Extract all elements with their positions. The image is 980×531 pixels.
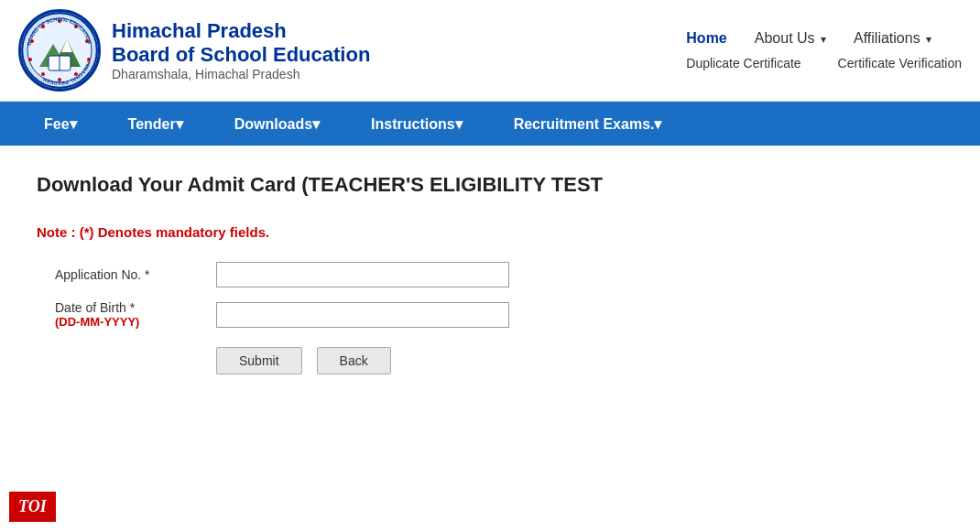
org-location: Dharamshala, Himachal Pradesh [112, 67, 370, 81]
dob-format: (DD-MM-YYYY) [55, 315, 201, 329]
org-title-line1: Himachal Pradesh [112, 19, 370, 43]
svg-point-10 [87, 58, 91, 61]
page-title: Download Your Admit Card (TEACHER'S ELIG… [37, 173, 943, 197]
form-buttons: Submit Back [216, 347, 943, 374]
dob-label: Date of Birth * (DD-MM-YYYY) [55, 300, 201, 329]
application-no-input[interactable] [216, 262, 509, 287]
submit-button[interactable]: Submit [216, 347, 302, 374]
top-nav-row2: Duplicate Certificate Certificate Verifi… [686, 56, 962, 70]
svg-point-14 [28, 58, 32, 61]
blue-nav-downloads[interactable]: Downloads▾ [209, 103, 345, 146]
blue-nav-recruitment[interactable]: Recruitment Exams.▾ [488, 103, 688, 146]
org-name: Himachal Pradesh Board of School Educati… [112, 19, 370, 81]
logo-area: BOARD OF SCHOOL EDUCATION HIMACHAL PRADE… [18, 9, 370, 92]
affiliations-arrow: ▾ [926, 33, 931, 46]
dob-row: Date of Birth * (DD-MM-YYYY) [55, 300, 943, 329]
svg-point-13 [41, 72, 45, 76]
dob-input[interactable] [216, 302, 509, 328]
blue-nav-tender[interactable]: Tender▾ [103, 103, 209, 146]
about-us-arrow: ▾ [821, 33, 826, 46]
nav-home[interactable]: Home [686, 30, 726, 47]
org-title-line2: Board of School Education [112, 43, 370, 67]
mandatory-fields-note: Note : (*) Denotes mandatory fields. [37, 224, 943, 240]
blue-nav-fee[interactable]: Fee▾ [18, 103, 103, 146]
main-content: Download Your Admit Card (TEACHER'S ELIG… [0, 146, 980, 393]
top-navigation: Home About Us ▾ Affiliations ▾ Duplicate… [659, 30, 962, 70]
top-nav-row1: Home About Us ▾ Affiliations ▾ [686, 30, 931, 47]
application-no-row: Application No. * [55, 262, 943, 287]
application-no-label: Application No. * [55, 267, 201, 282]
nav-cert-verification[interactable]: Certificate Verification [838, 56, 962, 70]
back-button[interactable]: Back [317, 347, 391, 374]
top-nav-rows: Home About Us ▾ Affiliations ▾ Duplicate… [686, 30, 962, 70]
toi-badge: TOI [9, 492, 56, 522]
nav-affiliations[interactable]: Affiliations ▾ [854, 30, 931, 47]
site-header: BOARD OF SCHOOL EDUCATION HIMACHAL PRADE… [0, 0, 980, 102]
blue-nav-instructions[interactable]: Instructions▾ [345, 103, 488, 146]
nav-about-us[interactable]: About Us ▾ [755, 30, 826, 47]
blue-nav-bar: Fee▾ Tender▾ Downloads▾ Instructions▾ Re… [0, 102, 980, 146]
nav-duplicate-cert[interactable]: Duplicate Certificate [686, 56, 800, 70]
admit-card-form: Application No. * Date of Birth * (DD-MM… [55, 262, 943, 374]
org-logo: BOARD OF SCHOOL EDUCATION HIMACHAL PRADE… [18, 9, 101, 92]
